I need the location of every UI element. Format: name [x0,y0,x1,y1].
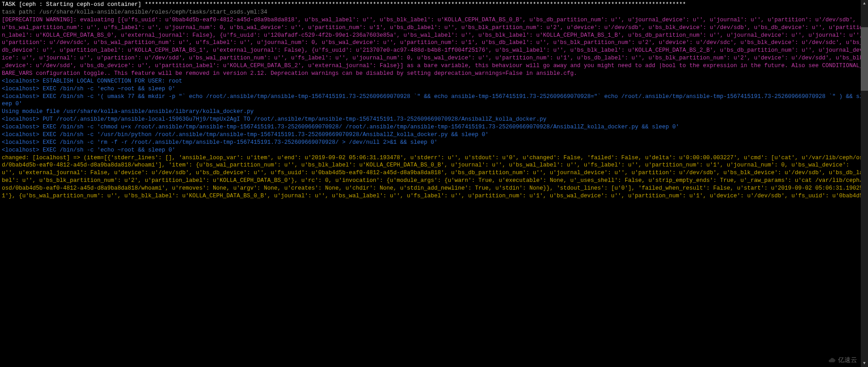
put-line: <localhost> PUT /root/.ansible/tmp/ansib… [2,116,866,123]
exec-line: <localhost> EXEC /bin/sh -c 'echo ~root … [2,147,866,154]
connection-line: <localhost> ESTABLISH LOCAL CONNECTION F… [2,78,866,85]
exec-line: <localhost> EXEC /bin/sh -c '/usr/bin/py… [2,131,866,139]
vertical-scrollbar[interactable]: ▲ ▼ [861,0,868,367]
exec-line: <localhost> EXEC /bin/sh -c '( umask 77 … [2,93,866,108]
exec-line: <localhost> EXEC /bin/sh -c 'echo ~root … [2,85,866,93]
task-header-line: TASK [ceph : Starting ceph-osd container… [2,1,866,9]
changed-result-line: changed: [localhost] => (item=[{'stderr_… [2,154,866,200]
scroll-thumb[interactable] [861,27,868,91]
task-path-line: task path: /usr/share/kolla-ansible/ansi… [2,9,866,16]
exec-line: <localhost> EXEC /bin/sh -c 'rm -f -r /r… [2,139,866,147]
module-file-line: Using module file /usr/share/kolla-ansib… [2,108,866,116]
scroll-down-arrow-icon[interactable]: ▼ [861,360,868,367]
exec-line: <localhost> EXEC /bin/sh -c 'chmod u+x /… [2,123,866,131]
terminal-output[interactable]: TASK [ceph : Starting ceph-osd container… [0,0,868,367]
scroll-up-arrow-icon[interactable]: ▲ [861,0,868,7]
deprecation-warning-line: [DEPRECATION WARNING]: evaluating [{u'fs… [2,16,866,78]
